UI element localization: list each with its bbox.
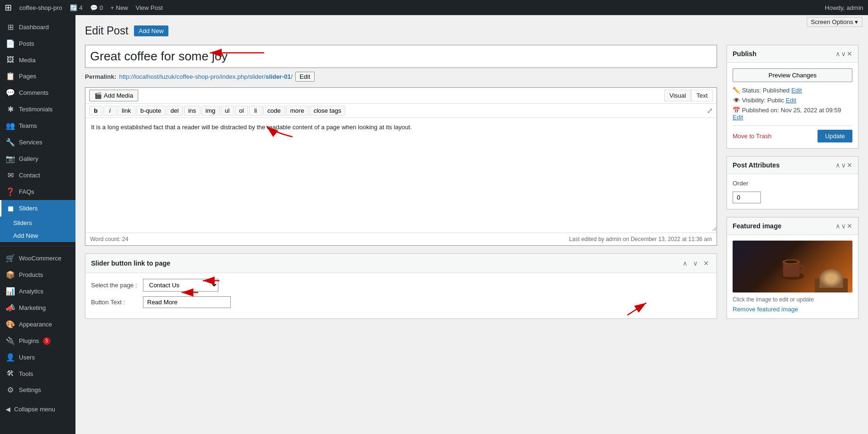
sidebar-item-comments[interactable]: 💬 Comments: [0, 84, 75, 101]
published-edit-link[interactable]: Edit: [733, 114, 743, 121]
sidebar-item-sliders[interactable]: ◼ Sliders Sliders Add New: [0, 200, 75, 242]
format-bold[interactable]: b: [89, 106, 102, 116]
slider-meta-box: Slider button link to page ∧ ∨ ✕ Select …: [85, 253, 717, 319]
wp-logo-icon[interactable]: ⊞: [5, 2, 12, 13]
publish-panel-header[interactable]: Publish ∧ ∨ ✕: [727, 45, 858, 63]
featured-image-header[interactable]: Featured image ∧ ∨ ✕: [727, 217, 858, 235]
sidebar-item-media[interactable]: 🖼 Media: [0, 52, 75, 68]
sidebar-item-products[interactable]: 📦 Products: [0, 267, 75, 283]
site-name-label: coffee-shop-pro: [19, 4, 62, 11]
post-attr-collapse-down[interactable]: ∨: [841, 161, 846, 169]
format-ol[interactable]: ol: [235, 106, 248, 116]
sidebar-item-appearance[interactable]: 🎨 Appearance: [0, 316, 75, 333]
comments-item[interactable]: 💬 0: [90, 4, 103, 11]
feat-img-collapse-up[interactable]: ∧: [835, 222, 840, 230]
status-edit-link[interactable]: Edit: [791, 87, 801, 94]
post-attributes-header[interactable]: Post Attributes ∧ ∨ ✕: [727, 157, 858, 174]
editor-content[interactable]: [85, 118, 717, 231]
view-post-link[interactable]: View Post: [136, 4, 163, 11]
format-del[interactable]: del: [167, 106, 183, 116]
preview-changes-button[interactable]: Preview Changes: [733, 68, 852, 82]
editor-top-bar: 🎬 Add Media Visual Text: [85, 88, 717, 104]
sidebar-item-gallery[interactable]: 📷 Gallery: [0, 150, 75, 167]
sidebar-item-services[interactable]: 🔧 Services: [0, 134, 75, 150]
add-new-button[interactable]: Add New: [134, 25, 168, 36]
meta-box-down-button[interactable]: ∨: [691, 259, 700, 268]
featured-image-thumbnail[interactable]: [733, 241, 852, 292]
sidebar-item-dashboard[interactable]: ⊞ Dashboard: [0, 19, 75, 35]
settings-icon: ⚙: [6, 385, 15, 394]
format-bquote[interactable]: b-quote: [136, 106, 166, 116]
post-title-input[interactable]: [85, 45, 717, 68]
format-img[interactable]: img: [201, 106, 220, 116]
tools-icon: 🛠: [6, 369, 15, 378]
visibility-edit-link[interactable]: Edit: [786, 97, 796, 104]
button-text-input[interactable]: [143, 296, 231, 308]
order-input[interactable]: [733, 192, 761, 203]
format-ul[interactable]: ul: [221, 106, 234, 116]
sidebar-item-teams[interactable]: 👥 Teams: [0, 117, 75, 134]
select-page-dropdown[interactable]: Contact Us Home About Services Gallery: [143, 279, 218, 292]
sidebar-item-contact[interactable]: ✉ Contact: [0, 167, 75, 184]
visibility-value: Public: [768, 97, 784, 104]
comments-menu-icon: 💬: [6, 88, 15, 97]
format-code[interactable]: code: [263, 106, 285, 116]
sidebar-label-products: Products: [19, 271, 43, 278]
page-title: Edit Post: [85, 25, 128, 37]
move-to-trash-link[interactable]: Move to Trash: [733, 133, 771, 140]
sidebar-item-posts[interactable]: 📄 Posts: [0, 35, 75, 52]
feat-img-close[interactable]: ✕: [847, 222, 852, 230]
sidebar-item-marketing[interactable]: 📣 Marketing: [0, 300, 75, 316]
sidebar-item-analytics[interactable]: 📊 Analytics: [0, 283, 75, 300]
publish-panel-title: Publish: [733, 50, 757, 58]
new-content-button[interactable]: + New: [110, 4, 128, 11]
meta-box-up-button[interactable]: ∧: [681, 259, 689, 268]
add-media-button[interactable]: 🎬 Add Media: [89, 90, 138, 101]
sidebar-item-tools[interactable]: 🛠 Tools: [0, 366, 75, 382]
text-tab[interactable]: Text: [691, 90, 713, 101]
submenu-item-add-new[interactable]: Add New: [0, 229, 75, 242]
publish-collapse-up[interactable]: ∧: [835, 50, 840, 58]
format-ins[interactable]: ins: [184, 106, 200, 116]
services-icon: 🔧: [6, 138, 15, 147]
sidebar-item-users[interactable]: 👤 Users: [0, 349, 75, 366]
edit-permalink-button[interactable]: Edit: [295, 72, 314, 82]
submenu-item-sliders[interactable]: Sliders: [0, 217, 75, 229]
sidebar-item-testimonials[interactable]: ✱ Testimonials: [0, 101, 75, 117]
publish-collapse-down[interactable]: ∨: [841, 50, 846, 58]
format-more[interactable]: more: [286, 106, 309, 116]
featured-image-panel: Featured image ∧ ∨ ✕: [726, 217, 859, 319]
meta-box-close-button[interactable]: ✕: [701, 259, 711, 268]
submenu-sliders-link[interactable]: Sliders: [0, 217, 75, 229]
sidebar-item-settings[interactable]: ⚙ Settings: [0, 382, 75, 398]
sidebar-item-faqs[interactable]: ❓ FAQs: [0, 184, 75, 200]
format-li[interactable]: li: [249, 106, 262, 116]
update-button[interactable]: Update: [818, 130, 852, 142]
screen-options-button[interactable]: Screen Options ▾: [807, 17, 862, 27]
sidebar-item-woocommerce[interactable]: 🛒 WooCommerce: [0, 246, 75, 267]
updates-item[interactable]: 🔄 4: [70, 4, 83, 11]
expand-editor-icon[interactable]: ⤢: [707, 106, 713, 115]
format-close-tags[interactable]: close tags: [309, 106, 346, 116]
format-italic[interactable]: i: [103, 106, 117, 116]
sidebar-label-users: Users: [19, 354, 35, 361]
faqs-icon: ❓: [6, 187, 15, 196]
sidebar-label-faqs: FAQs: [19, 188, 34, 195]
publish-close[interactable]: ✕: [847, 50, 852, 58]
collapse-menu-button[interactable]: ◀ Collapse menu: [0, 402, 75, 417]
sidebar-item-pages[interactable]: 📋 Pages: [0, 68, 75, 84]
permalink-slug: slider-01: [266, 73, 291, 80]
post-attr-collapse-up[interactable]: ∧: [835, 161, 840, 169]
admin-bar: ⊞ coffee-shop-pro 🔄 4 💬 0 + New View Pos…: [0, 0, 868, 15]
collapse-label: Collapse menu: [14, 406, 55, 413]
permalink-url[interactable]: http://localhost/luzuk/coffee-shop-pro/i…: [119, 73, 292, 80]
sidebar-item-plugins[interactable]: 🔌 Plugins 3: [0, 333, 75, 349]
sidebar-label-teams: Teams: [19, 122, 37, 129]
post-attr-close[interactable]: ✕: [847, 161, 852, 169]
submenu-add-new-link[interactable]: Add New: [0, 229, 75, 242]
remove-featured-image-link[interactable]: Remove featured image: [733, 306, 798, 313]
feat-img-collapse-down[interactable]: ∨: [841, 222, 846, 230]
format-link[interactable]: link: [117, 106, 135, 116]
visual-tab[interactable]: Visual: [664, 90, 691, 101]
site-name[interactable]: coffee-shop-pro: [19, 4, 62, 11]
